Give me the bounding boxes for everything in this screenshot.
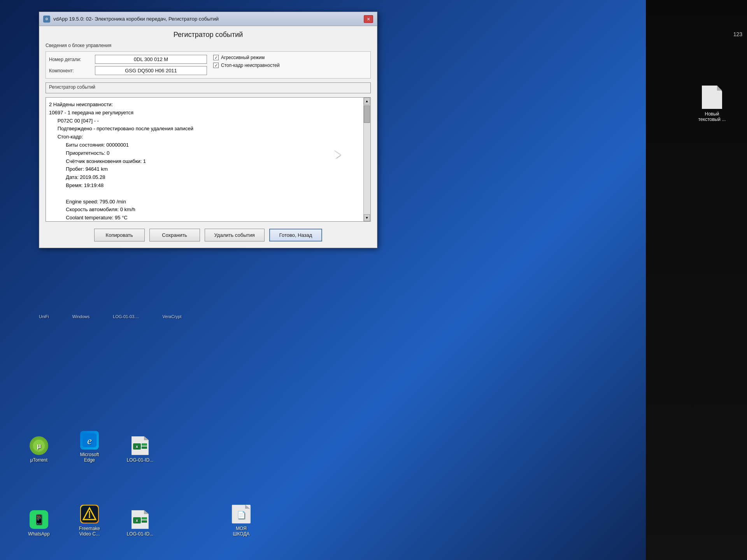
whatsapp-label: WhatsApp <box>28 531 49 537</box>
checkbox-row-stopframe[interactable]: ✓ Стоп-кадр неисправностей <box>213 63 367 68</box>
svg-text:📄: 📄 <box>237 511 246 519</box>
new-text-file-icon <box>702 86 722 109</box>
svg-text:📱: 📱 <box>33 514 45 525</box>
log-text-area[interactable]: 2 Найдены неисправности: 10697 - 1 перед… <box>46 97 371 222</box>
utorrent-label: μTorrent <box>30 457 47 463</box>
desktop-icon-new-text-file[interactable]: Новый текстовый ... <box>696 86 728 122</box>
taskbar-label-veracrypt[interactable]: VeraCrypt <box>163 314 182 319</box>
desktop-icon-edge[interactable]: e MicrosoftEdge <box>74 431 105 463</box>
title-bar-left: ⚙ vdApp 19.5.0: 02- Электроника коробки … <box>43 16 219 23</box>
freemake-label: FreemakeVideo C... <box>79 526 100 537</box>
field-row-component: Компонент: GSG DQ500 H06 2011 <box>49 66 207 75</box>
field-component-label: Компонент: <box>49 68 92 74</box>
desktop-icon-freemake[interactable]: FreemakeVideo C... <box>74 505 105 537</box>
app-icon: ⚙ <box>43 16 50 23</box>
checkbox-aggressive-label: Агрессивный режим <box>221 55 265 60</box>
log-scrollbar[interactable]: ▲ ▼ <box>363 98 370 221</box>
desktop-icon-log-excel-1[interactable]: x LOG-01-ID... <box>124 436 156 463</box>
svg-text:x: x <box>136 444 139 449</box>
myskoda-label: МОЯШКОДА <box>233 526 249 537</box>
event-log-section: Регистратор событий <box>46 82 371 93</box>
taskbar-area: UniFi Windows LOG-01-03.... VeraCrypt <box>39 314 181 319</box>
dialog-window: ⚙ vdApp 19.5.0: 02- Электроника коробки … <box>39 12 377 248</box>
svg-text:x: x <box>136 518 139 523</box>
log-excel-label-1: LOG-01-ID... <box>127 457 154 463</box>
dialog-main-title: Регистратор событий <box>46 31 371 39</box>
desktop-icons-row1: μ μTorrent e MicrosoftEdge x LOG-01-ID <box>23 431 156 463</box>
done-back-button[interactable]: Готово, Назад <box>269 229 323 242</box>
desktop-icon-log-excel-2[interactable]: x LOG-01-ID... <box>124 510 156 537</box>
edge-icon: e <box>80 431 99 450</box>
log-excel-icon-1: x <box>132 436 149 455</box>
buttons-row: Копировать Сохранить Удалить события Гот… <box>46 226 371 242</box>
svg-rect-8 <box>142 443 147 446</box>
desktop-icon-whatsapp[interactable]: 📱 WhatsApp <box>23 510 54 537</box>
section-info-label: Сведения о блоке управления <box>46 43 371 48</box>
svg-rect-20 <box>142 517 147 520</box>
checkbox-aggressive[interactable]: ✓ <box>213 55 219 60</box>
save-button[interactable]: Сохранить <box>149 229 200 242</box>
field-row-number: Номер детали: 0DL 300 012 M <box>49 55 207 64</box>
scrollbar-down-button[interactable]: ▼ <box>364 214 370 221</box>
checkbox-stopframe[interactable]: ✓ <box>213 63 219 68</box>
dialog-content: Регистратор событий Сведения о блоке упр… <box>39 26 377 248</box>
log-excel-label-2: LOG-01-ID... <box>127 531 154 537</box>
log-text: 2 Найдены неисправности: 10697 - 1 перед… <box>49 101 361 221</box>
copy-button[interactable]: Копировать <box>94 229 145 242</box>
checkboxes-area: ✓ Агрессивный режим ✓ Стоп-кадр неисправ… <box>209 55 367 75</box>
window-title: vdApp 19.5.0: 02- Электроника коробки пе… <box>53 16 219 22</box>
desktop-icon-myskoda[interactable]: 📄 МОЯШКОДА <box>226 505 257 537</box>
desktop-icon-utorrent[interactable]: μ μTorrent <box>23 436 54 463</box>
log-excel-icon-2: x <box>132 510 149 529</box>
svg-text:μ: μ <box>37 442 41 450</box>
close-button[interactable]: × <box>364 15 373 23</box>
edge-label: MicrosoftEdge <box>80 452 99 463</box>
checkbox-stopframe-label: Стоп-кадр неисправностей <box>221 63 280 68</box>
right-panel: 123 <box>646 0 747 560</box>
taskbar-label-windows[interactable]: Windows <box>72 314 90 319</box>
scrollbar-up-button[interactable]: ▲ <box>364 98 370 105</box>
delete-events-button[interactable]: Удалить события <box>205 229 265 242</box>
title-bar: ⚙ vdApp 19.5.0: 02- Электроника коробки … <box>39 12 377 26</box>
field-component-value: GSG DQ500 H06 2011 <box>95 66 207 75</box>
svg-rect-21 <box>142 520 147 523</box>
checkbox-row-aggressive[interactable]: ✓ Агрессивный режим <box>213 55 367 60</box>
field-number-value: 0DL 300 012 M <box>95 55 207 64</box>
event-log-label: Регистратор событий <box>49 84 367 90</box>
myskoda-icon: 📄 <box>232 505 251 523</box>
freemake-icon <box>80 505 99 523</box>
top-right-number: 123 <box>733 31 742 37</box>
whatsapp-icon: 📱 <box>30 510 48 529</box>
utorrent-icon: μ <box>30 436 48 455</box>
taskbar-label-unifi[interactable]: UniFi <box>39 314 49 319</box>
scrollbar-thumb[interactable] <box>364 105 370 123</box>
log-content: 2 Найдены неисправности: 10697 - 1 перед… <box>46 98 370 221</box>
fields-left: Номер детали: 0DL 300 012 M Компонент: G… <box>49 55 207 75</box>
field-number-label: Номер детали: <box>49 57 92 62</box>
new-text-file-label: Новый текстовый ... <box>696 111 728 122</box>
taskbar-label-log[interactable]: LOG-01-03.... <box>113 314 139 319</box>
svg-rect-9 <box>142 446 147 449</box>
svg-text:e: e <box>87 435 92 446</box>
svg-point-15 <box>89 516 90 518</box>
desktop-icons-row2: 📱 WhatsApp FreemakeVideo C... x <box>23 505 257 537</box>
